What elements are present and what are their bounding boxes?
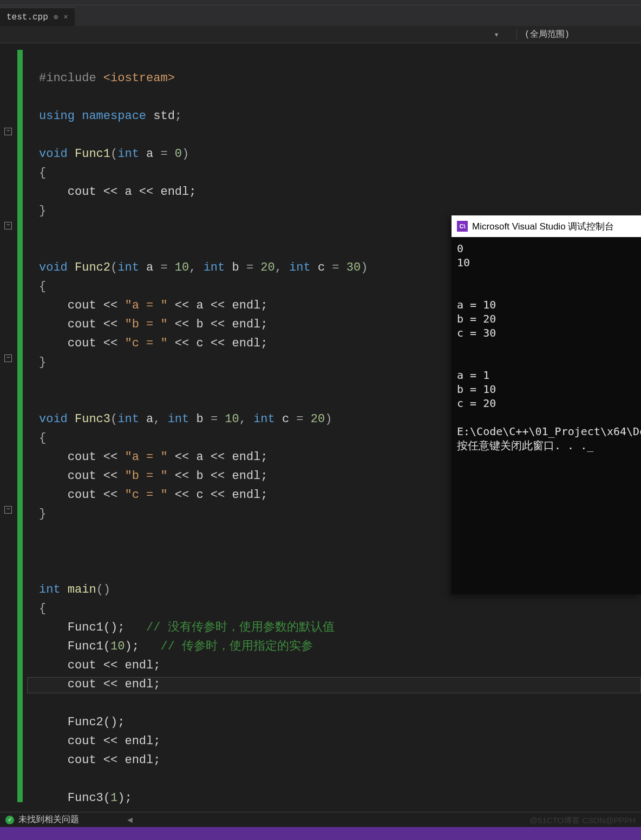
- pin-icon[interactable]: ⊕: [54, 12, 58, 22]
- scope-left-dropdown[interactable]: ▾: [0, 29, 516, 40]
- close-icon[interactable]: ×: [63, 13, 68, 22]
- tab-bar: test.cpp ⊕ ×: [0, 5, 641, 26]
- panel-resize-icon[interactable]: ◄: [126, 815, 134, 825]
- status-ok-icon[interactable]: ✓: [5, 816, 14, 824]
- watermark: @51CTO博客 CSDN@PPPH: [529, 816, 636, 826]
- bottom-status-strip: [0, 827, 641, 840]
- fold-toggle[interactable]: −: [4, 355, 12, 362]
- fold-toggle[interactable]: −: [4, 128, 12, 135]
- file-tab[interactable]: test.cpp ⊕ ×: [0, 8, 75, 26]
- console-title-text: Microsoft Visual Studio 调试控制台: [472, 220, 614, 233]
- status-message: 未找到相关问题: [18, 814, 79, 825]
- tab-filename: test.cpp: [6, 12, 48, 22]
- scope-bar: ▾ (全局范围): [0, 26, 641, 43]
- vs-icon: C\: [457, 221, 468, 232]
- top-toolbar: [0, 0, 641, 5]
- chevron-down-icon: ▾: [494, 29, 499, 40]
- debug-console-window[interactable]: C\ Microsoft Visual Studio 调试控制台 0 10 a …: [452, 215, 641, 594]
- scope-global[interactable]: (全局范围): [516, 29, 641, 40]
- fold-toggle[interactable]: −: [4, 506, 12, 514]
- console-output: 0 10 a = 10 b = 20 c = 30 a = 1 b = 10 c…: [452, 237, 641, 457]
- preproc: #include: [39, 71, 103, 85]
- change-indicator: [17, 50, 23, 802]
- console-titlebar[interactable]: C\ Microsoft Visual Studio 调试控制台: [452, 215, 641, 237]
- fold-toggle[interactable]: −: [4, 222, 12, 229]
